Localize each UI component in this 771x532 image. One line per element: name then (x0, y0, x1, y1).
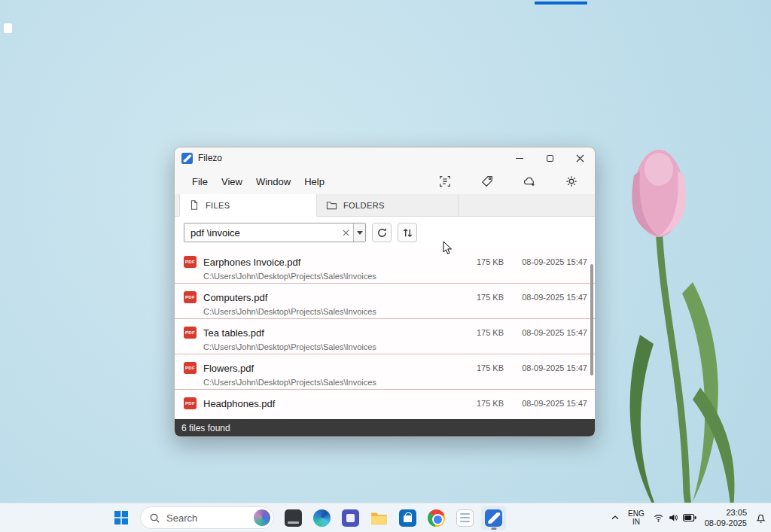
file-row[interactable]: PDFEarphones Invoice.pdf175 KB08-09-2025… (175, 248, 595, 284)
file-date: 08-09-2025 15:47 (514, 399, 587, 408)
settings-button[interactable] (565, 175, 578, 188)
search-input[interactable] (184, 227, 338, 239)
menubar: File View Window Help (175, 169, 595, 194)
battery-icon (683, 513, 696, 522)
file-row[interactable]: PDFTea tables.pdf175 KB08-09-2025 15:47C… (175, 319, 595, 354)
maximize-button[interactable] (535, 147, 565, 169)
menu-window[interactable]: Window (249, 173, 297, 190)
filezo-taskbar-icon (485, 509, 502, 527)
file-name: Headphones.pdf (203, 398, 465, 409)
taskbar-app-dark[interactable] (281, 506, 306, 530)
start-button[interactable] (108, 506, 133, 530)
file-date: 08-09-2025 15:47 (514, 363, 587, 372)
windows-logo-icon (114, 511, 128, 524)
window-title: Filezo (198, 153, 222, 163)
chevron-up-icon (611, 515, 620, 521)
scan-file-button[interactable] (438, 175, 452, 188)
status-text: 6 files found (181, 423, 230, 433)
tray-expand-button[interactable] (611, 515, 620, 521)
scrollbar[interactable] (590, 264, 593, 375)
bell-icon (755, 512, 766, 524)
refresh-icon (376, 227, 388, 239)
file-size: 175 KB (465, 293, 504, 302)
file-row[interactable]: PDFFlowers.pdf175 KB08-09-2025 15:47C:\U… (175, 354, 595, 390)
sort-button[interactable] (398, 223, 417, 242)
dark-app-icon (285, 509, 302, 527)
region-code: IN (628, 518, 645, 527)
titlebar[interactable]: Filezo (175, 147, 595, 169)
file-name: Earphones Invoice.pdf (203, 257, 465, 268)
tab-files[interactable]: FILES (179, 194, 317, 217)
search-highlights-icon (254, 509, 270, 526)
tab-files-label: FILES (206, 201, 230, 210)
file-row[interactable]: PDFComputers.pdf175 KB08-09-2025 15:47C:… (175, 284, 595, 319)
cloud-button[interactable] (523, 175, 536, 188)
file-path: C:\Users\John\Desktop\Projects\Sales\Inv… (203, 378, 587, 387)
pdf-icon: PDF (184, 291, 197, 303)
menu-view[interactable]: View (215, 173, 249, 190)
taskbar-app-edge[interactable] (309, 506, 334, 530)
taskbar-app-teams[interactable] (338, 506, 363, 530)
search-toolbar (175, 217, 595, 248)
file-list: PDFEarphones Invoice.pdf175 KB08-09-2025… (175, 248, 595, 419)
scan-file-icon (438, 175, 452, 188)
notepad-icon (456, 509, 474, 527)
pdf-icon: PDF (184, 362, 197, 374)
taskbar-search-label: Search (166, 512, 254, 524)
file-size: 175 KB (465, 328, 504, 337)
maximize-icon (547, 155, 553, 162)
teams-icon (342, 509, 359, 527)
pdf-icon: PDF (184, 397, 197, 409)
file-name: Computers.pdf (203, 292, 465, 303)
menu-help[interactable]: Help (297, 173, 331, 190)
file-size: 175 KB (465, 257, 504, 266)
sort-icon (402, 227, 413, 239)
tray-date: 08-09-2025 (705, 518, 747, 528)
file-row[interactable]: PDFHeadphones.pdf175 KB08-09-2025 15:47 (175, 390, 595, 419)
filezo-app-icon (181, 153, 193, 164)
chrome-icon (428, 509, 445, 527)
volume-icon (668, 512, 679, 523)
close-icon (576, 154, 584, 163)
taskbar-app-chrome[interactable] (424, 506, 449, 530)
filezo-window: Filezo File View Window Help (174, 147, 596, 437)
search-history-dropdown[interactable] (353, 223, 365, 242)
tab-strip: FILES FOLDERS (175, 194, 595, 217)
taskbar-app-filezo[interactable] (481, 506, 506, 530)
file-name: Tea tables.pdf (203, 327, 465, 339)
close-button[interactable] (565, 147, 595, 169)
status-bar: 6 files found (175, 419, 595, 436)
file-path: C:\Users\John\Desktop\Projects\Sales\Inv… (203, 342, 587, 351)
file-tab-icon (189, 199, 200, 211)
file-size: 175 KB (465, 399, 504, 408)
file-date: 08-09-2025 15:47 (514, 257, 587, 266)
background-accent-line (535, 2, 587, 5)
clear-icon (343, 230, 349, 236)
tulip-image (587, 139, 771, 532)
active-app-indicator (491, 527, 496, 530)
file-name: Flowers.pdf (203, 363, 465, 374)
language-code: ENG (628, 509, 645, 518)
search-box (184, 223, 366, 242)
refresh-button[interactable] (372, 223, 392, 242)
language-indicator[interactable]: ENG IN (628, 509, 645, 527)
tab-folders[interactable]: FOLDERS (317, 194, 459, 216)
quick-settings[interactable] (653, 512, 696, 523)
cloud-icon (523, 175, 536, 188)
clock[interactable]: 23:05 08-09-2025 (705, 507, 747, 529)
file-path: C:\Users\John\Desktop\Projects\Sales\Inv… (203, 307, 587, 316)
gear-icon (565, 175, 578, 188)
taskbar-search[interactable]: Search (140, 506, 274, 529)
taskbar-app-store[interactable] (395, 506, 420, 530)
search-icon (149, 512, 160, 524)
menu-file[interactable]: File (185, 173, 215, 190)
clear-search-button[interactable] (338, 230, 353, 236)
taskbar-app-explorer[interactable] (367, 506, 392, 530)
minimize-icon (516, 158, 523, 159)
notifications-button[interactable] (755, 512, 766, 524)
pdf-icon: PDF (184, 327, 197, 339)
tag-button[interactable] (480, 175, 494, 188)
taskbar-app-notepad[interactable] (453, 506, 477, 530)
pdf-icon: PDF (184, 256, 197, 268)
minimize-button[interactable] (504, 147, 535, 169)
